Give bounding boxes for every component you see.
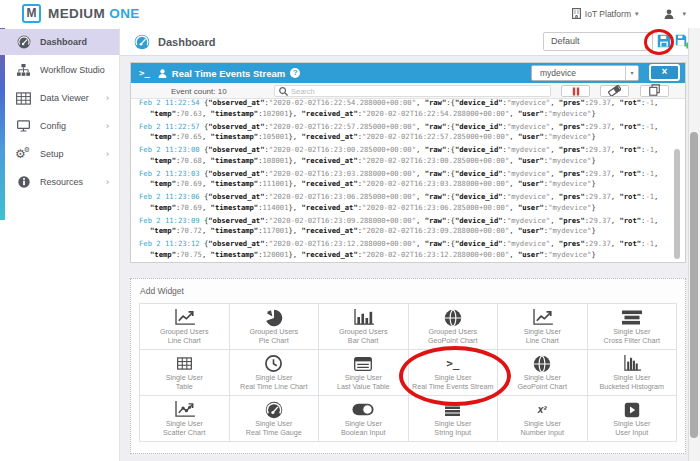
bar-chart-icon xyxy=(319,308,408,327)
log-line: "temp":70.65, "timestamp":105001}, "rece… xyxy=(139,132,671,143)
log-entry: Feb 2 11:23:12 {"observed_at":"2020-02-0… xyxy=(139,239,671,260)
sidebar-item-workflow-studio[interactable]: Workflow Studio xyxy=(0,57,119,83)
main-area: Dashboard Default ▾ >_ Real Time Events … xyxy=(120,28,700,461)
log-line: Feb 2 11:22:54 {"observed_at":"2020-02-0… xyxy=(139,99,671,109)
widget-label-line1: Grouped Users xyxy=(409,327,498,336)
widget-single-user-geopoint-chart[interactable]: Single User GeoPoint Chart xyxy=(498,350,588,396)
sidebar-item-dashboard[interactable]: Dashboard xyxy=(0,29,119,55)
widget-single-user-real-time-gauge[interactable]: Single User Real Time Gauge xyxy=(230,396,320,442)
log-line: Feb 2 11:23:03 {"observed_at":"2020-02-0… xyxy=(139,169,671,180)
widget-single-user-user-input[interactable]: Single User User Input xyxy=(588,396,678,442)
dashboard-select-value: Default xyxy=(551,36,580,46)
platform-label: IoT Platform xyxy=(585,9,631,19)
log-line: "temp":70.63, "timestamp":102001}, "rece… xyxy=(139,109,671,120)
widget-label-line1: Single User xyxy=(498,327,587,336)
add-widget-title: Add Widget xyxy=(140,286,184,296)
log-entry: Feb 2 11:23:00 {"observed_at":"2020-02-0… xyxy=(139,145,671,166)
sidebar-item-setup[interactable]: ⚙⚙ Setup › xyxy=(0,141,119,167)
panel-title: Real Time Events Stream xyxy=(172,68,285,79)
logo-m-icon: M xyxy=(22,4,41,23)
widget-label-line2: String Input xyxy=(409,428,498,437)
event-log[interactable]: Feb 2 11:22:54 {"observed_at":"2020-02-0… xyxy=(131,99,685,262)
save-dashboard-button[interactable] xyxy=(657,34,671,48)
widget-label-line2: User Input xyxy=(588,428,677,437)
widget-single-user-real-time-line-chart[interactable]: Single User Real Time Line Chart xyxy=(230,350,320,396)
log-line: "temp":70.69, "timestamp":114001}, "rece… xyxy=(139,203,671,214)
pause-stream-button[interactable] xyxy=(561,85,590,97)
log-entry: Feb 2 11:22:57 {"observed_at":"2020-02-0… xyxy=(139,122,671,143)
logo-text: MEDIUM ONE xyxy=(48,6,140,21)
scatter-icon xyxy=(140,400,229,419)
sidebar-item-resources[interactable]: Resources › xyxy=(0,169,119,195)
terminal-icon: >_ xyxy=(409,354,498,373)
pause-icon xyxy=(572,82,580,100)
gauge-icon xyxy=(16,35,31,49)
widget-label-line2: Cross Filter Chart xyxy=(588,336,677,345)
widget-single-user-cross-filter-chart[interactable]: Single User Cross Filter Chart xyxy=(588,304,678,350)
widget-label-line2: Number Input xyxy=(498,428,587,437)
caret-down-icon: ▾ xyxy=(682,10,686,18)
widget-label-line2: Line Chart xyxy=(140,336,229,345)
widget-single-user-last-value-table[interactable]: Single User Last Value Table xyxy=(319,350,409,396)
globe-icon xyxy=(409,308,498,327)
histogram-icon xyxy=(588,354,677,373)
widget-single-user-scatter-chart[interactable]: Single User Scatter Chart xyxy=(140,396,230,442)
log-line: Feb 2 11:23:06 {"observed_at":"2020-02-0… xyxy=(139,192,671,203)
gauge-icon xyxy=(134,34,150,50)
close-panel-button[interactable]: × xyxy=(649,64,680,81)
close-icon: × xyxy=(662,66,668,77)
widget-single-user-string-input[interactable]: Single User String Input xyxy=(409,396,499,442)
page-scrollbar-thumb[interactable] xyxy=(690,132,698,438)
user-menu[interactable]: ▾ xyxy=(664,9,686,19)
widget-single-user-boolean-input[interactable]: Single User Boolean Input xyxy=(319,396,409,442)
terminal-icon: >_ xyxy=(139,68,150,78)
pie-chart-icon xyxy=(230,308,319,327)
widget-grouped-users-geopoint-chart[interactable]: Grouped Users GeoPoint Chart xyxy=(409,304,499,350)
widget-label-line1: Single User xyxy=(319,419,408,428)
caret-down-icon: ▾ xyxy=(644,39,648,56)
widget-label-line2: GeoPoint Chart xyxy=(498,382,587,391)
widget-label-line1: Single User xyxy=(588,373,677,382)
toggle-icon xyxy=(319,400,408,419)
lines-icon xyxy=(409,400,498,419)
log-line: Feb 2 11:23:00 {"observed_at":"2020-02-0… xyxy=(139,145,671,156)
widget-label-line1: Single User xyxy=(588,419,677,428)
caret-down-icon: ▾ xyxy=(625,66,638,80)
widget-label-line2: Line Chart xyxy=(498,336,587,345)
widget-single-user-real-time-events-stream[interactable]: >_ Single User Real Time Events Stream xyxy=(409,350,499,396)
widget-label-line2: Last Value Table xyxy=(319,382,408,391)
widget-grouped-users-bar-chart[interactable]: Grouped Users Bar Chart xyxy=(319,304,409,350)
widget-grouped-users-pie-chart[interactable]: Grouped Users Pie Chart xyxy=(230,304,320,350)
user-icon xyxy=(158,69,167,78)
copy-stream-button[interactable] xyxy=(640,85,669,97)
event-count: Event count: 10 xyxy=(171,87,227,96)
widget-label-line1: Single User xyxy=(498,419,587,428)
sitemap-icon xyxy=(16,64,31,76)
top-bar: M MEDIUM ONE IoT Platform ▾ ▾ xyxy=(0,0,700,28)
help-icon[interactable]: ? xyxy=(290,68,300,78)
search-box xyxy=(274,85,551,97)
log-scrollbar-thumb[interactable] xyxy=(674,149,680,259)
widget-single-user-number-input[interactable]: x² Single User Number Input xyxy=(498,396,588,442)
clear-stream-button[interactable] xyxy=(600,85,629,97)
x2-icon: x² xyxy=(498,400,587,419)
widget-single-user-line-chart[interactable]: Single User Line Chart xyxy=(498,304,588,350)
cross-filter-icon xyxy=(588,308,677,327)
logo-medium: MEDIUM xyxy=(48,6,105,21)
search-input[interactable] xyxy=(291,87,546,96)
chevron-right-icon: › xyxy=(106,93,109,103)
sidebar-item-label: Workflow Studio xyxy=(40,65,105,75)
dashboard-select[interactable]: Default ▾ xyxy=(543,32,653,51)
sidebar-item-config[interactable]: Config › xyxy=(0,113,119,139)
monitor-icon xyxy=(16,120,31,132)
log-entry: Feb 2 11:23:03 {"observed_at":"2020-02-0… xyxy=(139,169,671,190)
log-line: "temp":70.69, "timestamp":111001}, "rece… xyxy=(139,179,671,190)
widget-label-line1: Single User xyxy=(140,419,229,428)
add-widget-panel: Add Widget Grouped Users Line Chart Grou… xyxy=(130,278,686,454)
device-select[interactable]: mydevice ▾ xyxy=(531,65,639,81)
widget-grouped-users-line-chart[interactable]: Grouped Users Line Chart xyxy=(140,304,230,350)
widget-single-user-bucketed-histogram[interactable]: Single User Bucketed Histogram xyxy=(588,350,678,396)
platform-menu[interactable]: IoT Platform ▾ xyxy=(572,8,639,19)
sidebar-item-data-viewer[interactable]: Data Viewer › xyxy=(0,85,119,111)
widget-single-user-table[interactable]: Single User Table xyxy=(140,350,230,396)
